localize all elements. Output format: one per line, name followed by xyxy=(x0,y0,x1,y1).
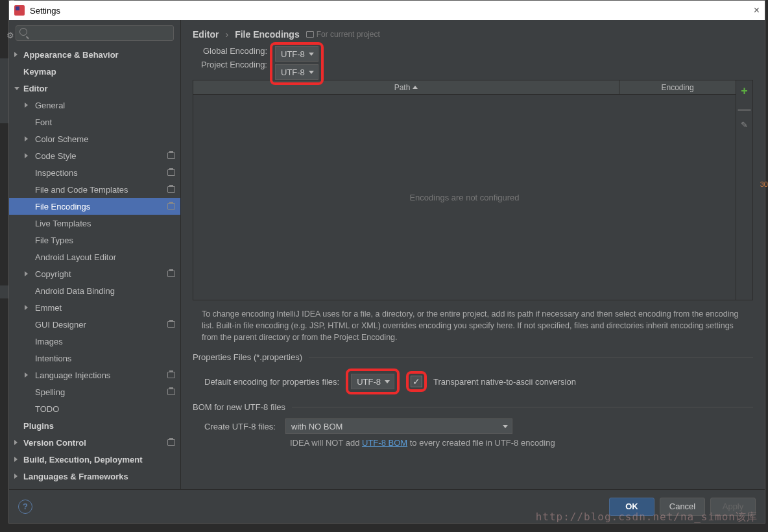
content: Editor › File Encodings For current proj… xyxy=(181,20,765,489)
properties-section-title: Properties Files (*.properties) xyxy=(193,352,302,362)
sidebar-item-appearance-behavior[interactable]: Appearance & Behavior xyxy=(9,46,180,63)
sort-asc-icon xyxy=(413,86,418,89)
project-encoding-dropdown[interactable]: UTF-8 xyxy=(275,64,318,80)
sidebar-item-color-scheme[interactable]: Color Scheme xyxy=(9,130,180,147)
sidebar-item-label: File and Code Templates xyxy=(35,185,128,195)
encoding-column-header[interactable]: Encoding xyxy=(619,80,736,94)
chevron-right-icon xyxy=(14,52,18,57)
project-icon xyxy=(167,389,175,395)
utf8-bom-link[interactable]: UTF-8 BOM xyxy=(362,438,407,448)
sidebar-item-label: Emmet xyxy=(35,303,62,313)
settings-window: Settings × ⚙ Appearance & BehaviorKeymap… xyxy=(8,0,765,524)
sidebar-item-label: Live Templates xyxy=(35,219,91,228)
sidebar-item-emmet[interactable]: Emmet xyxy=(9,299,180,316)
sidebar-item-intentions[interactable]: Intentions xyxy=(9,350,180,367)
sidebar-item-label: Editor xyxy=(23,84,48,93)
breadcrumb-editor[interactable]: Editor xyxy=(193,29,219,40)
project-icon xyxy=(167,186,175,193)
sidebar-item-keymap[interactable]: Keymap xyxy=(9,63,180,80)
table-empty-message: Encodings are not configured xyxy=(193,95,736,300)
chevron-right-icon xyxy=(25,136,28,141)
gear-icon[interactable]: ⚙ xyxy=(9,30,15,39)
sidebar-item-languages-frameworks[interactable]: Languages & Frameworks xyxy=(9,468,180,485)
chevron-down-icon xyxy=(385,380,390,383)
sidebar-item-label: Copyright xyxy=(35,269,71,279)
close-icon[interactable]: × xyxy=(754,5,760,16)
chevron-right-icon xyxy=(25,103,28,108)
help-button[interactable]: ? xyxy=(18,500,32,514)
sidebar-item-label: File Types xyxy=(35,236,73,245)
sidebar-item-font[interactable]: Font xyxy=(9,114,180,130)
sidebar-item-file-and-code-templates[interactable]: File and Code Templates xyxy=(9,181,180,198)
project-icon xyxy=(167,152,175,159)
titlebar: Settings × xyxy=(9,1,765,20)
add-icon[interactable]: + xyxy=(741,84,748,98)
sidebar-item-plugins[interactable]: Plugins xyxy=(9,417,180,434)
sidebar-item-inspections[interactable]: Inspections xyxy=(9,164,180,181)
sidebar-item-android-data-binding[interactable]: Android Data Binding xyxy=(9,282,180,299)
path-column-header[interactable]: Path xyxy=(193,80,619,94)
sidebar-item-label: Images xyxy=(35,337,63,346)
window-title: Settings xyxy=(30,6,60,16)
sidebar-item-images[interactable]: Images xyxy=(9,333,180,350)
sidebar-item-label: Languages & Frameworks xyxy=(23,472,128,481)
create-utf8-dropdown[interactable]: with NO BOM xyxy=(285,418,512,434)
sidebar-item-spelling[interactable]: Spelling xyxy=(9,383,180,400)
bom-note: IDEA will NOT add UTF-8 BOM to every cre… xyxy=(193,438,753,448)
sidebar-item-language-injections[interactable]: Language Injections xyxy=(9,367,180,383)
properties-encoding-dropdown[interactable]: UTF-8 xyxy=(351,374,394,389)
sidebar: ⚙ Appearance & BehaviorKeymapEditorGener… xyxy=(9,20,181,489)
encoding-hint: To change encoding IntelliJ IDEA uses fo… xyxy=(193,306,753,345)
chevron-right-icon xyxy=(14,474,18,479)
search-icon xyxy=(19,28,27,36)
project-encoding-label: Project Encoding: xyxy=(193,60,267,69)
sidebar-item-android-layout-editor[interactable]: Android Layout Editor xyxy=(9,248,180,265)
project-icon xyxy=(167,439,175,446)
sidebar-item-label: General xyxy=(35,101,65,110)
breadcrumb: Editor › File Encodings For current proj… xyxy=(193,29,753,40)
sidebar-item-label: Android Data Binding xyxy=(35,286,115,296)
edit-icon[interactable]: ✎ xyxy=(741,120,748,130)
global-encoding-dropdown[interactable]: UTF-8 xyxy=(275,46,318,62)
sidebar-item-label: Version Control xyxy=(23,438,86,448)
sidebar-item-editor[interactable]: Editor xyxy=(9,80,180,97)
sidebar-item-copyright[interactable]: Copyright xyxy=(9,265,180,282)
sidebar-tree: Appearance & BehaviorKeymapEditorGeneral… xyxy=(9,43,180,489)
transparent-ascii-checkbox[interactable]: ✓ xyxy=(411,376,422,387)
sidebar-item-label: GUI Designer xyxy=(35,320,86,330)
sidebar-item-label: Font xyxy=(35,117,52,127)
sidebar-item-file-encodings[interactable]: File Encodings xyxy=(9,198,180,215)
sidebar-item-label: Color Scheme xyxy=(35,134,88,144)
chevron-right-icon xyxy=(25,153,28,158)
project-icon xyxy=(167,321,175,328)
chevron-right-icon xyxy=(25,305,28,310)
sidebar-item-label: Inspections xyxy=(35,168,78,178)
create-utf8-label: Create UTF-8 files: xyxy=(204,422,279,431)
sidebar-item-label: Android Layout Editor xyxy=(35,252,116,262)
chevron-right-icon: › xyxy=(225,29,228,40)
sidebar-item-label: Language Injections xyxy=(35,370,110,380)
chevron-right-icon xyxy=(14,457,18,462)
global-encoding-label: Global Encoding: xyxy=(193,46,267,56)
chevron-right-icon xyxy=(14,440,18,445)
search-input[interactable] xyxy=(16,25,174,41)
chevron-right-icon xyxy=(25,271,28,276)
project-icon xyxy=(167,372,175,378)
sidebar-item-general[interactable]: General xyxy=(9,97,180,114)
encodings-table: Path Encoding Encodings are not configur… xyxy=(193,80,753,300)
sidebar-item-label: Build, Execution, Deployment xyxy=(23,455,142,465)
sidebar-item-live-templates[interactable]: Live Templates xyxy=(9,215,180,232)
bom-section-title: BOM for new UTF-8 files xyxy=(193,402,285,412)
app-icon xyxy=(14,5,25,16)
chevron-down-icon xyxy=(503,425,508,428)
sidebar-item-gui-designer[interactable]: GUI Designer xyxy=(9,316,180,333)
sidebar-item-todo[interactable]: TODO xyxy=(9,400,180,417)
sidebar-item-version-control[interactable]: Version Control xyxy=(9,434,180,451)
project-icon xyxy=(167,203,175,210)
for-current-project: For current project xyxy=(306,30,380,39)
remove-icon[interactable]: — xyxy=(738,107,751,111)
sidebar-item-file-types[interactable]: File Types xyxy=(9,232,180,248)
sidebar-item-build-execution-deployment[interactable]: Build, Execution, Deployment xyxy=(9,451,180,468)
sidebar-item-code-style[interactable]: Code Style xyxy=(9,147,180,164)
sidebar-item-label: Plugins xyxy=(23,421,54,431)
